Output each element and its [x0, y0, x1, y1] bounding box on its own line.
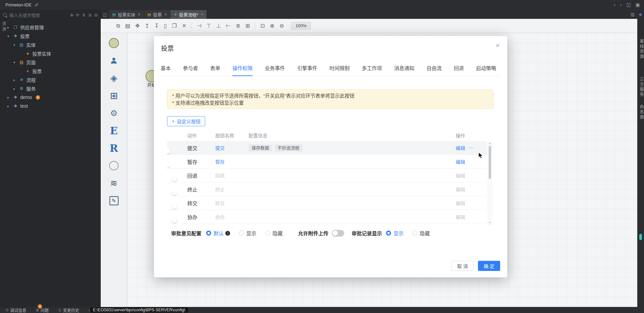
- tree-item[interactable]: ▾ ▤ 页面: [0, 58, 100, 67]
- align-top-icon[interactable]: ⊤: [206, 23, 211, 29]
- paste-icon[interactable]: ▤: [125, 23, 130, 29]
- ok-button[interactable]: 确 定: [478, 261, 500, 271]
- align-right-icon[interactable]: ⊢: [226, 23, 231, 29]
- tab-multi-workitem[interactable]: 多工作项: [362, 65, 382, 76]
- twisty-icon[interactable]: ▾: [7, 34, 11, 38]
- tab-participants[interactable]: 参与者: [183, 65, 198, 76]
- pan-icon[interactable]: ✥: [135, 23, 140, 29]
- palette-rule[interactable]: R: [108, 142, 120, 154]
- palette-start-node[interactable]: [108, 37, 120, 49]
- tree-item[interactable]: ▸ ❖ test: [0, 102, 100, 110]
- locate-icon[interactable]: ⊟: [94, 13, 98, 18]
- tab-operation-permissions[interactable]: 操作权限: [232, 65, 253, 76]
- table-scrollbar[interactable]: ▲ ▼: [488, 141, 492, 225]
- twisty-icon[interactable]: ▸: [13, 78, 17, 82]
- radio-icon[interactable]: [386, 231, 391, 236]
- edit-link[interactable]: 编辑: [456, 144, 465, 151]
- scroll-down-icon[interactable]: ▼: [488, 221, 492, 224]
- twisty-icon[interactable]: ▸: [7, 104, 11, 108]
- opinion-show-choice[interactable]: 显示: [239, 230, 256, 237]
- radio-icon[interactable]: [412, 231, 417, 236]
- nav-back-icon[interactable]: ‹: [614, 2, 615, 7]
- button-name-link[interactable]: 提交: [215, 144, 249, 151]
- tab-notification[interactable]: 消息通知: [394, 65, 414, 76]
- align-bottom-icon[interactable]: ⊥: [216, 23, 221, 29]
- cancel-button[interactable]: 取 消: [451, 261, 474, 271]
- editor-tab[interactable]: ▤ 投票 ×: [144, 10, 170, 19]
- split-editor-icon[interactable]: ◫: [103, 12, 107, 17]
- rail-tab-offline-resources[interactable]: 离线资源: [639, 39, 644, 59]
- tab-form[interactable]: 表单: [210, 65, 220, 76]
- radio-icon[interactable]: [265, 231, 270, 236]
- zoom-level-select[interactable]: 100%: [291, 22, 311, 30]
- twisty-icon[interactable]: ▸: [7, 96, 11, 99]
- search-input[interactable]: [9, 13, 68, 18]
- tab-start-strategy[interactable]: 启动策略: [476, 65, 496, 76]
- tree-item[interactable]: ▸ ❖ demo 1: [0, 93, 100, 102]
- twisty-icon[interactable]: ▸: [13, 87, 17, 91]
- record-hide-choice[interactable]: 隐藏: [412, 230, 430, 237]
- palette-entity[interactable]: E: [108, 125, 120, 137]
- palette-gateway[interactable]: ◈: [108, 72, 120, 84]
- tree-item[interactable]: ● 投票: [0, 67, 100, 75]
- panel-toggle-icon[interactable]: ▣: [636, 2, 640, 7]
- more-actions-icon[interactable]: ⋯: [469, 145, 474, 151]
- twisty-icon[interactable]: ▸: [7, 26, 11, 29]
- info-icon[interactable]: i: [225, 231, 230, 236]
- editor-layout-icon[interactable]: ▥: [631, 12, 635, 17]
- grid-icon[interactable]: ⊞: [246, 23, 250, 29]
- tree-item[interactable]: ▸ ✣ 流程: [0, 75, 100, 84]
- align-left-icon[interactable]: ⊣: [197, 23, 201, 29]
- collapse-all-icon[interactable]: ⊕: [70, 13, 73, 18]
- scrollbar-thumb[interactable]: [489, 146, 491, 179]
- opinion-hide-choice[interactable]: 隐藏: [265, 230, 283, 237]
- import-icon[interactable]: ↧: [154, 23, 159, 29]
- fit-screen-icon[interactable]: ⊡: [260, 23, 265, 29]
- close-tab-icon[interactable]: ×: [164, 12, 167, 17]
- close-tab-icon[interactable]: ×: [201, 12, 203, 17]
- expand-all-icon[interactable]: ⇅: [82, 13, 86, 18]
- record-show-choice[interactable]: 显示: [386, 230, 404, 237]
- palette-participant[interactable]: [108, 55, 120, 67]
- twisty-icon[interactable]: ▾: [13, 43, 17, 47]
- tab-basic[interactable]: 基本: [161, 65, 171, 76]
- radio-icon[interactable]: [239, 231, 244, 236]
- add-custom-button[interactable]: + 自定义按钮: [167, 116, 205, 126]
- rail-tab-third-party-services[interactable]: 三方服务: [639, 77, 644, 97]
- edit-link[interactable]: 编辑: [456, 158, 465, 165]
- distribute-icon[interactable]: ≣: [236, 23, 240, 29]
- tree-item[interactable]: ▸ ❒ 供应商管理: [0, 23, 100, 32]
- opinion-default-choice[interactable]: 默认 i: [206, 230, 230, 237]
- zoom-out-icon[interactable]: ⊖: [280, 23, 284, 29]
- close-icon[interactable]: ×: [496, 41, 500, 49]
- filter-icon[interactable]: ≣: [88, 13, 92, 18]
- palette-flow[interactable]: ≋: [108, 177, 120, 189]
- palette-service[interactable]: ⚙: [108, 107, 120, 119]
- resources-rail-tab[interactable]: 资源: [1, 22, 7, 32]
- tab-business-events[interactable]: 业务事件: [265, 65, 285, 76]
- tree-item[interactable]: ▾ ❖ 投票: [0, 32, 100, 40]
- document-icon[interactable]: ▯: [164, 23, 167, 29]
- rail-plugin-icon[interactable]: ❖: [639, 12, 642, 17]
- copy-icon[interactable]: ⧉: [116, 23, 120, 29]
- palette-state[interactable]: [108, 160, 120, 172]
- tree-item[interactable]: ▾ ▤ 实体: [0, 40, 100, 49]
- button-name-link[interactable]: 暂存: [215, 158, 249, 165]
- layout-toggle-icon[interactable]: ◫: [626, 2, 631, 7]
- radio-icon[interactable]: [206, 231, 211, 236]
- editor-tab[interactable]: ▤ 投票实体 ×: [109, 10, 144, 19]
- duplicate-icon[interactable]: ❐: [172, 23, 177, 29]
- scroll-up-icon[interactable]: ▲: [488, 142, 492, 144]
- nav-forward-icon[interactable]: ›: [620, 2, 622, 7]
- problems-item[interactable]: ≣ 1 问题: [36, 307, 49, 313]
- tab-free-flow[interactable]: 自由流: [426, 65, 442, 76]
- twisty-icon[interactable]: ▾: [13, 61, 17, 64]
- tab-time-limit[interactable]: 时间限制: [329, 65, 350, 76]
- tree-item[interactable]: ▸ ⚙ 服务: [0, 84, 100, 93]
- tab-rollback[interactable]: 回退: [454, 65, 464, 76]
- zoom-in-icon[interactable]: ⊕: [270, 23, 274, 29]
- palette-subprocess[interactable]: ⊞: [108, 90, 120, 102]
- delete-icon[interactable]: ✕: [182, 23, 186, 29]
- tab-engine-events[interactable]: 引擎事件: [297, 65, 317, 76]
- export-icon[interactable]: ↥: [145, 23, 149, 29]
